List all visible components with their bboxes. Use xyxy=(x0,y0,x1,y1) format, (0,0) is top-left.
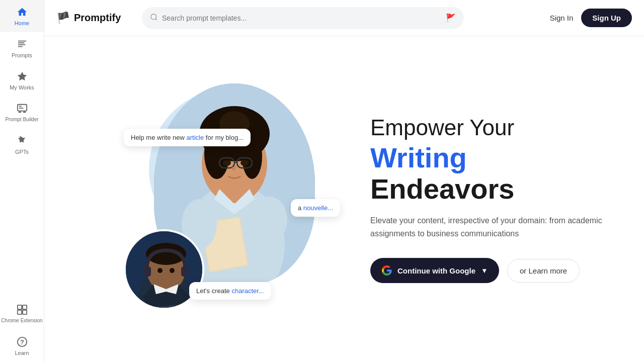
sidebar-prompt-builder-label: Prompt Builder xyxy=(5,117,38,123)
signup-button[interactable]: Sign Up xyxy=(581,9,632,27)
svg-rect-40 xyxy=(181,266,188,277)
google-button-label: Continue with Google xyxy=(397,266,475,275)
svg-point-42 xyxy=(170,268,175,273)
svg-point-33 xyxy=(252,197,287,242)
sidebar-item-prompts[interactable]: Prompts xyxy=(0,32,44,64)
bubble3-text: Let's create xyxy=(196,287,231,295)
svg-rect-13 xyxy=(22,310,26,314)
search-icon xyxy=(150,13,158,23)
hero-actions: Continue with Google ▾ or Learn more xyxy=(370,258,614,283)
svg-rect-7 xyxy=(23,112,26,113)
svg-rect-5 xyxy=(19,106,22,107)
chat-bubble-1: Help me write new article for my blog... xyxy=(124,129,251,146)
sidebar-prompts-label: Prompts xyxy=(12,52,32,58)
search-bar: 🚩 xyxy=(142,7,464,29)
sidebar-home-label: Home xyxy=(15,20,29,26)
bubble1-end: for my blog... xyxy=(204,134,244,141)
sidebar-bottom: Chrome Extension ? Learn xyxy=(0,298,44,362)
hero-writing: Writing xyxy=(370,142,467,173)
google-icon xyxy=(381,265,392,276)
svg-rect-6 xyxy=(19,108,23,109)
bubble3-link: character... xyxy=(231,287,264,295)
learn-more-button[interactable]: or Learn more xyxy=(507,259,580,283)
svg-rect-8 xyxy=(18,112,21,113)
logo-icon: 🏴 xyxy=(56,12,70,25)
chrome-extension-icon xyxy=(16,304,28,316)
sidebar-item-gpts[interactable]: GPTs xyxy=(0,129,44,161)
sidebar-chrome-ext-label: Chrome Extension xyxy=(1,318,42,324)
continue-with-google-button[interactable]: Continue with Google ▾ xyxy=(370,258,499,283)
svg-point-28 xyxy=(223,160,231,166)
topbar: 🏴 Promptify 🚩 Sign In Sign Up xyxy=(44,0,644,36)
logo[interactable]: 🏴 Promptify xyxy=(56,12,132,25)
sidebar-my-works-label: My Works xyxy=(10,84,34,90)
svg-rect-39 xyxy=(144,266,151,277)
svg-point-16 xyxy=(151,14,156,20)
chat-bubble-2: a nouvelle... xyxy=(291,199,340,217)
hero-line1: Empower Your xyxy=(370,115,614,141)
svg-rect-2 xyxy=(18,44,25,45)
svg-text:?: ? xyxy=(20,338,24,346)
sidebar-item-prompt-builder[interactable]: Prompt Builder xyxy=(0,97,44,129)
bubble2-pre: a xyxy=(298,204,303,212)
sidebar-item-home[interactable]: Home xyxy=(0,0,44,32)
svg-rect-3 xyxy=(18,46,22,47)
hero-image-area: Help me write new article for my blog...… xyxy=(109,73,350,325)
svg-rect-12 xyxy=(17,310,21,314)
hero-endeavors: Endeavors xyxy=(370,173,514,205)
main-content: Help me write new article for my blog...… xyxy=(89,36,644,362)
sidebar-item-chrome-extension[interactable]: Chrome Extension xyxy=(0,298,44,330)
dropdown-arrow: ▾ xyxy=(480,266,488,275)
chat-bubble-3: Let's create character... xyxy=(189,282,271,300)
hero-text: Empower Your Writing Endeavors Elevate y… xyxy=(350,115,614,284)
sidebar: Home Prompts My Works Prompt Builder GPT… xyxy=(0,0,44,362)
search-input[interactable] xyxy=(162,14,442,22)
hero-description: Elevate your content, irrespective of yo… xyxy=(370,214,614,240)
home-icon xyxy=(16,6,28,18)
gpts-icon xyxy=(16,135,28,147)
svg-point-41 xyxy=(157,268,163,273)
sidebar-item-learn[interactable]: ? Learn xyxy=(0,330,44,362)
svg-rect-11 xyxy=(22,305,26,309)
topbar-right: Sign In Sign Up xyxy=(550,9,632,27)
bubble1-text: Help me write new xyxy=(131,134,187,141)
my-works-icon xyxy=(16,70,28,82)
bubble2-link: nouvelle... xyxy=(303,204,333,212)
signin-button[interactable]: Sign In xyxy=(550,14,574,22)
sidebar-gpts-label: GPTs xyxy=(15,149,29,155)
search-flag-icon: 🚩 xyxy=(446,13,456,23)
hero-line2: Writing Endeavors xyxy=(370,142,614,204)
bubble1-link: article xyxy=(187,134,204,141)
learn-icon: ? xyxy=(16,336,28,348)
svg-rect-1 xyxy=(18,42,24,43)
svg-rect-10 xyxy=(17,305,21,309)
svg-point-29 xyxy=(240,160,249,166)
prompt-builder-icon xyxy=(16,103,28,115)
svg-rect-0 xyxy=(18,41,26,42)
prompts-icon xyxy=(16,38,28,50)
sidebar-learn-label: Learn xyxy=(15,350,29,356)
logo-text: Promptify xyxy=(74,12,121,24)
sidebar-item-my-works[interactable]: My Works xyxy=(0,64,44,97)
svg-rect-4 xyxy=(17,105,26,111)
